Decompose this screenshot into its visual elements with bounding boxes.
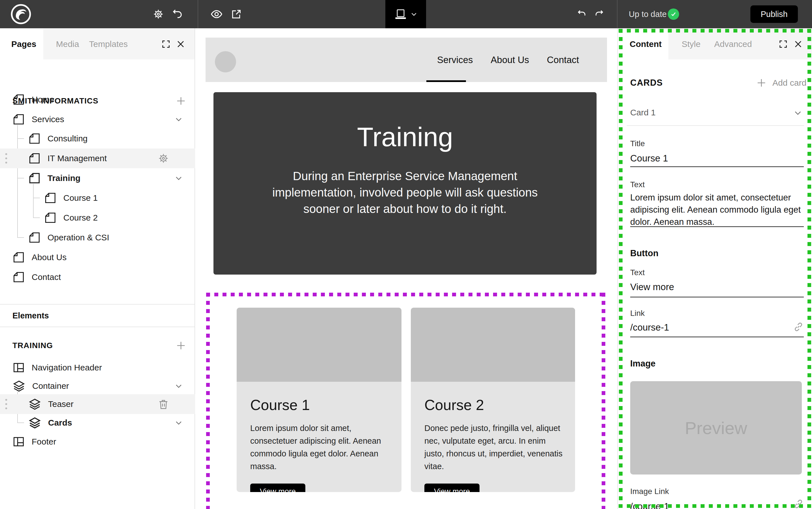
image-link-label: Image Link	[630, 487, 669, 496]
input-underline	[630, 166, 804, 167]
layout-icon	[12, 436, 25, 448]
sidebar-item-services[interactable]: Services	[0, 109, 207, 129]
preview-nav-contact[interactable]: Contact	[547, 55, 579, 65]
image-section-heading: Image	[630, 359, 656, 369]
layers-icon	[28, 416, 41, 429]
image-link-input[interactable]: /course-1	[630, 501, 669, 509]
element-item-container[interactable]: Container	[0, 376, 207, 396]
input-underline	[630, 226, 804, 227]
card-image-placeholder	[411, 308, 575, 382]
open-external-icon[interactable]	[231, 8, 242, 20]
link-icon[interactable]	[793, 498, 804, 509]
chevron-down-icon[interactable]	[174, 418, 183, 427]
button-text-label: Text	[630, 268, 645, 277]
page-icon	[44, 211, 57, 224]
sidebar-item-operation-csi[interactable]: Operation & CSI	[0, 228, 223, 247]
image-preview-label: Preview	[685, 418, 747, 438]
selection-outline-panel-right	[808, 29, 811, 508]
panel-divider	[627, 125, 804, 126]
chevron-down-icon[interactable]	[793, 108, 802, 117]
expand-panel-icon[interactable]	[161, 28, 171, 60]
preview-eye-icon[interactable]	[210, 8, 223, 21]
undo-icon[interactable]	[576, 9, 587, 20]
preview-nav-about-us[interactable]: About Us	[491, 55, 529, 65]
check-circle-icon	[668, 8, 679, 20]
sidebar-item-home[interactable]: Home	[0, 90, 207, 109]
course-card-2[interactable]: Course 2 Donec pede justo, fringilla vel…	[411, 308, 575, 492]
top-toolbar: Up to date Publish	[0, 0, 812, 28]
close-panel-icon[interactable]	[176, 28, 185, 60]
settings-gear-icon[interactable]	[152, 8, 164, 20]
sidebar-item-consulting[interactable]: Consulting	[0, 129, 223, 148]
image-preview-placeholder[interactable]: Preview	[630, 381, 802, 475]
card-text: Donec pede justo, fringilla vel, aliquet…	[424, 422, 563, 473]
editor-canvas: Services About Us Contact Training Durin…	[195, 28, 617, 509]
sidebar-item-about-us[interactable]: About Us	[0, 247, 207, 267]
expand-panel-icon[interactable]	[778, 28, 788, 60]
link-icon[interactable]	[793, 321, 804, 333]
trash-icon[interactable]	[157, 398, 169, 410]
laptop-icon	[394, 8, 408, 20]
element-item-footer[interactable]: Footer	[0, 432, 207, 451]
chevron-down-icon[interactable]	[174, 174, 183, 182]
sidebar-divider	[0, 304, 195, 305]
page-icon	[12, 271, 25, 283]
preview-navigation-header[interactable]: Services About Us Contact	[206, 38, 607, 82]
tab-advanced[interactable]: Advanced	[714, 28, 752, 60]
page-icon	[28, 172, 41, 184]
tab-style[interactable]: Style	[682, 28, 701, 60]
chevron-down-icon[interactable]	[174, 115, 183, 124]
button-link-label: Link	[630, 309, 645, 318]
save-status-text: Up to date	[629, 0, 667, 28]
element-item-teaser[interactable]: Teaser	[0, 394, 223, 414]
chevron-down-icon[interactable]	[174, 382, 183, 390]
pages-sidebar: Pages Media Templates SMITH INFORMATICS …	[0, 28, 195, 509]
sidebar-item-contact[interactable]: Contact	[0, 267, 207, 287]
add-element-icon[interactable]	[175, 340, 187, 351]
device-preview-selector[interactable]	[385, 0, 426, 28]
button-text-input[interactable]: View more	[630, 282, 674, 293]
redo-icon[interactable]	[594, 9, 605, 20]
close-panel-icon[interactable]	[793, 28, 803, 60]
page-icon	[28, 231, 41, 244]
text-input[interactable]: Lorem ipsum dolor sit amet, consectetuer…	[630, 192, 805, 228]
tab-media[interactable]: Media	[56, 28, 79, 60]
add-card-plus-icon[interactable]	[756, 77, 767, 89]
tab-pages[interactable]: Pages	[11, 28, 36, 60]
page-icon	[12, 251, 25, 264]
sidebar-item-it-management[interactable]: IT Management	[0, 148, 223, 168]
add-card-button[interactable]: Add card	[772, 73, 806, 93]
course-card-1[interactable]: Course 1 Lorem ipsum dolor sit amet, con…	[237, 308, 401, 492]
view-more-button[interactable]: View more	[250, 483, 305, 492]
view-more-button[interactable]: View more	[424, 483, 480, 492]
drag-handle-icon[interactable]	[5, 398, 8, 410]
revert-icon[interactable]	[171, 8, 183, 20]
layout-icon	[12, 362, 25, 374]
page-icon	[28, 152, 41, 165]
preview-nav-services[interactable]: Services	[437, 55, 473, 65]
toolbar-divider	[617, 0, 617, 28]
drag-handle-icon[interactable]	[5, 152, 8, 165]
button-link-input[interactable]: /course-1	[630, 322, 669, 333]
card-group-header[interactable]: Card 1	[630, 103, 656, 123]
app-logo-icon[interactable]	[11, 4, 31, 24]
hero-title: Training	[213, 122, 597, 152]
layers-icon	[12, 379, 26, 393]
teaser-hero-section[interactable]: Training During an Enterprise Service Ma…	[213, 92, 597, 275]
sidebar-item-training[interactable]: Training	[0, 168, 223, 188]
app-window: Up to date Publish Pages Media Templates…	[0, 0, 812, 509]
element-item-navigation-header[interactable]: Navigation Header	[0, 358, 207, 377]
tab-templates[interactable]: Templates	[89, 28, 128, 60]
toolbar-divider	[198, 0, 198, 28]
page-icon	[12, 113, 25, 126]
title-input[interactable]: Course 1	[630, 153, 668, 164]
publish-button[interactable]: Publish	[750, 5, 798, 23]
selection-outline-panel-left	[619, 29, 623, 508]
active-nav-underline	[426, 80, 466, 82]
element-item-cards[interactable]: Cards	[0, 413, 223, 433]
card-title: Course 1	[250, 397, 389, 413]
button-section-heading: Button	[630, 248, 659, 259]
page-settings-gear-icon[interactable]	[157, 152, 169, 164]
layers-icon	[28, 398, 41, 411]
tab-content[interactable]: Content	[630, 28, 662, 60]
